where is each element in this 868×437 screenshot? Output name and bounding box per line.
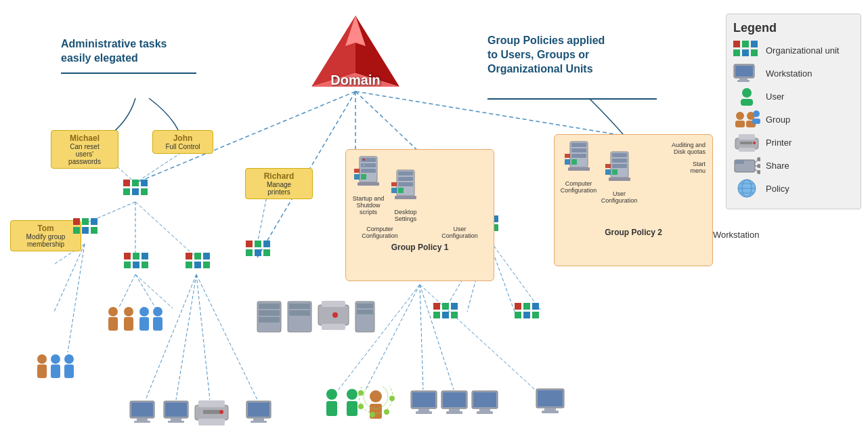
svg-rect-38	[132, 188, 139, 195]
user-group-center	[322, 386, 403, 426]
svg-rect-158	[253, 418, 264, 421]
svg-rect-40	[73, 218, 80, 225]
gp1-box: Startup andShutdowscripts DesktopSetting…	[345, 149, 494, 281]
gp2-title: Group Policy 2	[560, 228, 707, 237]
svg-rect-180	[449, 409, 460, 411]
svg-line-28	[420, 285, 535, 390]
svg-point-155	[219, 410, 223, 414]
svg-rect-76	[433, 303, 440, 310]
svg-rect-146	[134, 421, 150, 423]
svg-rect-79	[433, 312, 440, 318]
svg-rect-105	[565, 159, 570, 165]
svg-point-141	[384, 409, 389, 415]
svg-rect-181	[446, 411, 462, 414]
svg-rect-77	[442, 303, 449, 310]
svg-point-116	[108, 307, 118, 316]
svg-line-9	[54, 244, 85, 312]
svg-rect-165	[289, 304, 310, 309]
svg-rect-188	[544, 408, 556, 411]
svg-rect-81	[451, 312, 458, 318]
svg-point-124	[37, 354, 47, 364]
svg-rect-89	[354, 174, 360, 180]
svg-rect-214	[735, 160, 744, 164]
svg-rect-102	[571, 148, 586, 152]
svg-rect-87	[363, 164, 365, 166]
legend-share-label: Share	[766, 161, 789, 171]
svg-rect-110	[612, 159, 627, 163]
svg-point-139	[358, 404, 364, 409]
svg-line-14	[135, 274, 156, 308]
svg-rect-104	[568, 167, 590, 171]
svg-line-21	[176, 274, 196, 400]
svg-rect-199	[737, 80, 750, 82]
workstation-right-1	[410, 390, 438, 419]
svg-rect-95	[398, 182, 413, 186]
svg-rect-133	[347, 401, 357, 416]
svg-point-219	[757, 164, 760, 168]
svg-rect-195	[751, 49, 758, 56]
svg-rect-117	[108, 317, 118, 331]
svg-rect-55	[186, 262, 192, 268]
workstation-1	[129, 400, 156, 428]
svg-line-19	[487, 237, 542, 312]
svg-point-212	[753, 142, 756, 144]
svg-rect-211	[740, 142, 752, 144]
svg-point-206	[753, 110, 760, 117]
john-box: John Full Control	[152, 130, 213, 154]
svg-rect-47	[133, 253, 139, 259]
ou-icon-left-4	[186, 253, 211, 277]
svg-rect-172	[357, 304, 373, 308]
svg-rect-109	[612, 153, 627, 157]
ou-icon-right-2	[515, 303, 540, 327]
svg-rect-149	[171, 418, 181, 421]
svg-rect-190	[733, 41, 740, 47]
workstation-3	[245, 400, 272, 428]
svg-point-142	[389, 396, 395, 401]
ou-icon-richard	[246, 241, 272, 265]
svg-line-22	[196, 274, 210, 400]
legend-ou-label: Organizational unit	[766, 45, 839, 56]
svg-rect-101	[571, 143, 586, 147]
svg-rect-74	[523, 312, 530, 318]
svg-rect-54	[203, 253, 210, 259]
svg-line-7	[135, 202, 196, 257]
legend-printer-label: Printer	[766, 138, 791, 148]
svg-rect-80	[442, 312, 449, 318]
legend-user-label: User	[766, 91, 784, 102]
svg-point-118	[124, 307, 133, 316]
svg-line-27	[420, 285, 454, 390]
svg-rect-46	[124, 253, 131, 259]
svg-line-10	[68, 244, 85, 352]
legend-ou: Organizational unit	[733, 41, 854, 60]
svg-rect-187	[538, 390, 563, 407]
legend-policy: Policy	[733, 179, 854, 198]
svg-rect-177	[416, 411, 432, 414]
svg-point-132	[347, 389, 357, 400]
svg-rect-85	[361, 169, 376, 173]
svg-rect-60	[263, 241, 270, 247]
svg-rect-194	[742, 49, 749, 56]
svg-rect-49	[124, 262, 131, 268]
svg-point-138	[358, 390, 364, 396]
admin-tasks-annotation: Administrative tasks easily elegated	[61, 37, 196, 66]
svg-rect-98	[398, 188, 404, 193]
workstation-right-2	[440, 390, 469, 419]
svg-rect-152	[198, 400, 225, 407]
svg-rect-50	[133, 262, 139, 268]
svg-line-13	[118, 274, 135, 308]
group-policies-annotation: Group Policies applied to Users, Groups …	[487, 34, 657, 76]
workstation-label: Workstation	[713, 230, 759, 240]
tom-box: Tom Modify group membership	[10, 220, 81, 251]
svg-rect-168	[322, 301, 345, 307]
svg-rect-78	[451, 303, 458, 310]
svg-rect-144	[131, 402, 153, 417]
svg-rect-191	[742, 41, 749, 47]
ou-icon-left-2	[73, 218, 99, 243]
svg-rect-94	[398, 177, 413, 181]
svg-rect-197	[735, 66, 753, 77]
legend-title: Legend	[733, 21, 854, 35]
svg-rect-41	[82, 218, 89, 225]
svg-point-130	[326, 389, 337, 400]
svg-rect-201	[741, 99, 753, 106]
svg-rect-73	[515, 312, 521, 318]
